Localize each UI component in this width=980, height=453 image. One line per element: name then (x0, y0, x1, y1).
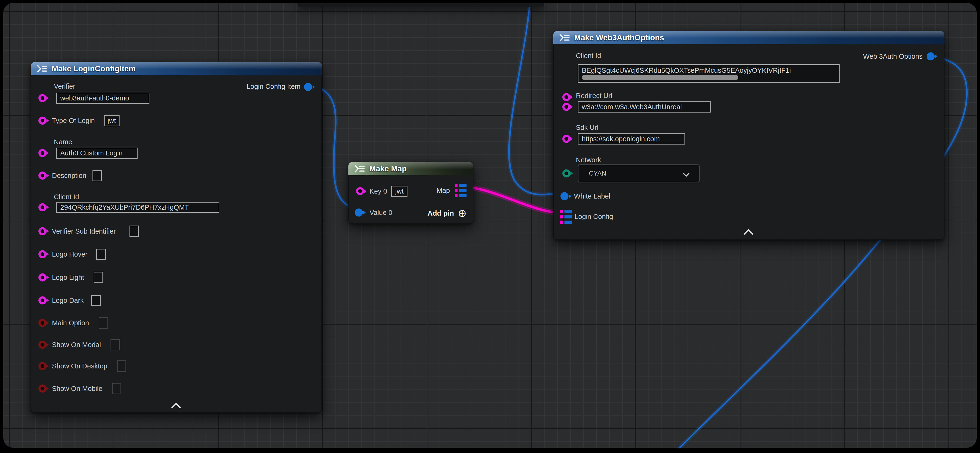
logo-hover-pin[interactable] (38, 250, 46, 258)
client-id-scrollbar[interactable] (582, 75, 738, 80)
redirect-url-input[interactable]: w3a://com.w3a.Web3AuthUnreal (578, 101, 711, 112)
offscreen-node-partial[interactable] (298, 3, 544, 6)
main-option-pin[interactable] (38, 319, 46, 327)
show-on-desktop-pin[interactable] (38, 362, 46, 370)
logo-light-label: Logo Light (52, 274, 84, 282)
node-title: Make LoginConfigItem (52, 64, 136, 73)
show-on-desktop-label: Show On Desktop (52, 363, 107, 370)
key0-label: Key 0 (369, 188, 387, 195)
value0-label: Value 0 (369, 209, 392, 217)
node-title: Make Web3AuthOptions (574, 33, 664, 42)
show-on-modal-checkbox[interactable] (111, 339, 120, 350)
verifier-input[interactable]: web3auth-auth0-demo (56, 93, 150, 104)
description-pin[interactable] (38, 171, 46, 180)
logo-dark-pin[interactable] (38, 296, 46, 304)
make-map-node[interactable]: Make Map Key 0 jwt Map Value 0 Add pin ⊕ (348, 162, 473, 224)
node-title: Make Map (369, 164, 407, 173)
client-id-label: Client Id (54, 193, 79, 201)
output-pin-label: Login Config Item (247, 83, 301, 90)
logo-dark-label: Logo Dark (52, 297, 84, 304)
redirect-url-label: Redirect Url (576, 92, 612, 100)
web3auth-options-output-pin[interactable] (927, 52, 935, 60)
show-on-mobile-pin[interactable] (38, 385, 46, 393)
main-option-label: Main Option (52, 319, 89, 327)
description-label: Description (52, 172, 86, 180)
network-dropdown[interactable]: CYAN (578, 165, 700, 182)
login-config-pin[interactable] (560, 210, 572, 224)
collapse-node-chevron-icon[interactable] (171, 403, 181, 412)
make-loginconfigitem-node[interactable]: Make LoginConfigItem Login Config Item V… (31, 62, 322, 413)
client-id-pin[interactable] (38, 203, 46, 211)
blueprint-graph-canvas[interactable]: Make LoginConfigItem Login Config Item V… (3, 3, 977, 448)
logo-dark-input[interactable] (91, 295, 101, 306)
white-label-pin[interactable] (560, 192, 568, 200)
node-header[interactable]: Make Web3AuthOptions (553, 31, 944, 44)
client-id-label: Client Id (576, 52, 601, 60)
verifier-sub-identifier-label: Verifier Sub Identifier (52, 228, 116, 235)
logo-light-pin[interactable] (38, 273, 46, 282)
wire-glow (509, 3, 559, 195)
map-output-label: Map (437, 187, 450, 195)
network-pin[interactable] (562, 169, 570, 177)
name-input[interactable]: Auth0 Custom Login (56, 147, 138, 159)
make-web3authoptions-node[interactable]: Make Web3AuthOptions Web 3Auth Options C… (553, 31, 944, 240)
value0-pin[interactable] (355, 209, 363, 217)
type-of-login-pin[interactable] (38, 117, 46, 125)
node-header[interactable]: Make LoginConfigItem (31, 62, 322, 75)
type-of-login-input[interactable]: jwt (104, 115, 119, 126)
white-label-label: White Label (574, 193, 610, 200)
output-pin-label: Web 3Auth Options (863, 53, 923, 60)
make-struct-icon (559, 33, 570, 42)
make-map-icon (354, 165, 365, 173)
login-config-item-output-pin[interactable] (304, 83, 312, 91)
type-of-login-label: Type Of Login (52, 117, 95, 125)
sdk-url-pin[interactable] (562, 135, 570, 143)
add-pin-label: Add pin (427, 209, 454, 217)
client-id-text: BEglQSgt4cUWcj6SKRdu5QkOXTsePmMcusG5EAoy… (582, 67, 791, 74)
show-on-desktop-checkbox[interactable] (117, 360, 126, 372)
verifier-label: Verifier (54, 83, 75, 90)
redirect-url-pin[interactable] (562, 103, 570, 111)
chevron-down-icon (683, 170, 689, 177)
add-pin-plus-icon: ⊕ (458, 208, 466, 219)
client-id-input[interactable]: 294QRkchfq2YaXUbPri7D6PH7xzHgQMT (56, 202, 220, 213)
show-on-mobile-label: Show On Mobile (52, 385, 102, 393)
show-on-modal-pin[interactable] (38, 341, 46, 349)
verifier-sub-identifier-pin[interactable] (38, 227, 46, 235)
map-output-pin[interactable] (455, 184, 466, 197)
show-on-mobile-checkbox[interactable] (112, 383, 121, 394)
login-config-label: Login Config (574, 213, 613, 220)
node-header[interactable]: Make Map (348, 162, 473, 175)
verifier-sub-identifier-input[interactable] (129, 226, 139, 237)
main-option-checkbox[interactable] (99, 317, 108, 329)
client-id-input[interactable]: BEglQSgt4cUWcj6SKRdu5QkOXTsePmMcusG5EAoy… (578, 64, 840, 83)
key0-pin[interactable] (356, 187, 364, 195)
collapse-node-chevron-icon[interactable] (743, 229, 753, 239)
show-on-modal-label: Show On Modal (52, 341, 101, 349)
verifier-pin[interactable] (38, 94, 46, 102)
description-input[interactable] (92, 170, 102, 181)
logo-light-input[interactable] (94, 272, 103, 283)
logo-hover-input[interactable] (96, 249, 106, 260)
network-label: Network (576, 156, 601, 164)
name-label: Name (54, 138, 72, 146)
sdk-url-input[interactable]: https://sdk.openlogin.com (578, 133, 685, 144)
sdk-url-label: Sdk Url (576, 124, 598, 131)
network-selected-value: CYAN (589, 170, 606, 177)
logo-hover-label: Logo Hover (52, 251, 88, 258)
name-pin[interactable] (38, 149, 46, 157)
client-id-pin[interactable] (562, 93, 570, 101)
make-struct-icon (37, 65, 48, 73)
key0-input[interactable]: jwt (391, 186, 407, 197)
add-pin-button[interactable]: Add pin ⊕ (427, 208, 466, 219)
